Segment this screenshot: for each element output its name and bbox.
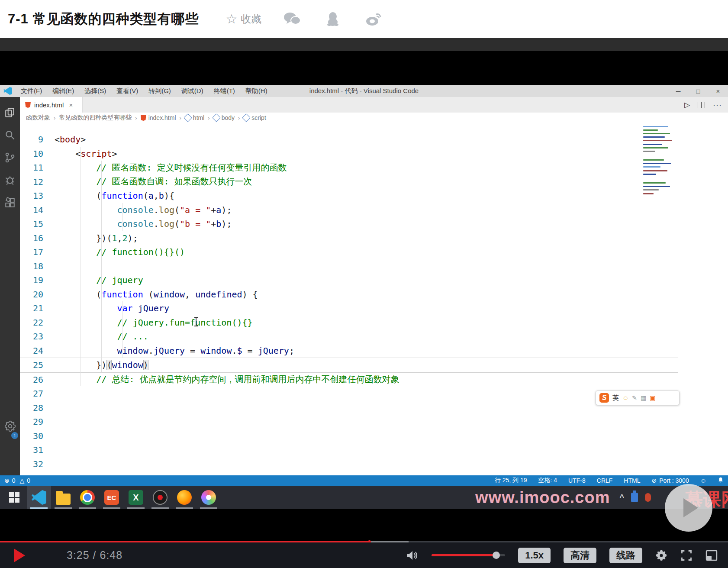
wechat-share-icon[interactable] xyxy=(282,10,302,28)
breadcrumb-item[interactable]: index.html xyxy=(141,114,176,121)
pen-icon[interactable]: ✎ xyxy=(632,394,637,401)
errors-indicator[interactable]: ⊗0 xyxy=(4,477,16,484)
explorer-icon[interactable] xyxy=(0,101,20,124)
status-item-utf-8[interactable]: UTF-8 xyxy=(568,477,586,484)
volume-knob[interactable] xyxy=(493,552,500,559)
code-line[interactable]: 21 var jQuery xyxy=(20,301,728,316)
breadcrumb-item[interactable]: 常见函数的四种类型有哪些 xyxy=(59,114,132,122)
fullscreen-icon[interactable] xyxy=(680,549,693,562)
code-line[interactable]: 9<body> xyxy=(20,132,728,147)
code-line[interactable]: 16 })(1,2); xyxy=(20,231,728,245)
code-line[interactable]: 30 xyxy=(20,429,728,443)
chrome-taskbar-icon[interactable] xyxy=(75,486,100,509)
sogou-logo-icon[interactable]: S xyxy=(599,393,609,403)
source-control-icon[interactable] xyxy=(0,146,20,169)
code-line[interactable]: 12 // 匿名函数自调: 如果函数只执行一次 xyxy=(20,175,728,189)
route-button[interactable]: 线路 xyxy=(609,548,642,563)
keyboard-icon[interactable]: ▦ xyxy=(641,394,646,401)
breadcrumb[interactable]: 函数对象›常见函数的四种类型有哪些›index.html›html›body›s… xyxy=(20,113,728,123)
maximize-button[interactable]: □ xyxy=(688,85,708,97)
play-overlay-button[interactable] xyxy=(665,484,712,532)
play-button[interactable] xyxy=(14,549,25,562)
code-line[interactable]: 20 (function (window, undefined) { xyxy=(20,287,728,302)
tab-close-icon[interactable]: × xyxy=(69,101,73,109)
menu-item[interactable]: 查看(V) xyxy=(112,86,142,97)
breadcrumb-item[interactable]: body xyxy=(213,114,235,121)
minimap-line xyxy=(643,159,664,161)
code-line[interactable]: 31 xyxy=(20,443,728,457)
status-item-bell[interactable] xyxy=(718,477,724,484)
sogou-input-bar[interactable]: S 英 ☺ ✎ ▦ ▣ xyxy=(596,390,680,405)
minimap[interactable] xyxy=(643,125,680,195)
code-line[interactable]: 10 <script> xyxy=(20,147,728,161)
close-button[interactable]: × xyxy=(708,85,728,97)
code-line[interactable]: 19 // jquery xyxy=(20,273,728,287)
speed-button[interactable]: 1.5x xyxy=(518,548,551,563)
menu-item[interactable]: 转到(G) xyxy=(144,86,175,97)
code-editor[interactable]: 9<body>10 <script>11 // 匿名函数: 定义时候没有任何变量… xyxy=(20,123,728,475)
volume-icon[interactable] xyxy=(406,549,419,562)
minimize-button[interactable]: ─ xyxy=(668,85,688,97)
split-editor-icon[interactable] xyxy=(698,102,705,108)
code-line[interactable]: 17 // function(){}() xyxy=(20,245,728,259)
status-item-smiley[interactable]: ☺ xyxy=(700,477,706,484)
toolbox-icon[interactable]: ▣ xyxy=(650,394,655,401)
code-line[interactable]: 26 // 总结: 优点就是节约内存空间，调用前和调用后内存中不创建任何函数对象 xyxy=(20,373,728,387)
recorder-taskbar-icon[interactable] xyxy=(148,486,172,509)
menu-item[interactable]: 帮助(H) xyxy=(241,86,272,97)
volume-slider[interactable] xyxy=(432,554,505,556)
usb-tray-icon[interactable] xyxy=(631,493,638,502)
player-settings-gear-icon[interactable] xyxy=(655,549,667,562)
qq-share-icon[interactable] xyxy=(323,10,343,28)
sogou-lang-label[interactable]: 英 xyxy=(612,394,619,402)
palette-taskbar-icon[interactable] xyxy=(196,486,221,509)
code-line[interactable]: 22 // jQuery.fun=function(){} xyxy=(20,316,728,330)
ec-taskbar-icon[interactable]: EC xyxy=(100,486,124,509)
start-taskbar-icon[interactable] xyxy=(3,486,27,509)
status-item--25-19[interactable]: 行 25, 列 19 xyxy=(495,477,527,484)
breadcrumb-item[interactable]: html xyxy=(185,114,204,121)
settings-gear-icon[interactable]: 1 xyxy=(0,415,20,437)
code-line[interactable]: 18 xyxy=(20,259,728,274)
breadcrumb-item[interactable]: 函数对象 xyxy=(26,114,50,122)
tray-chevron-up-icon[interactable]: ^ xyxy=(619,493,624,502)
breadcrumb-item[interactable]: script xyxy=(243,114,266,121)
firefox-taskbar-icon[interactable] xyxy=(172,486,196,509)
emoji-icon[interactable]: ☺ xyxy=(622,394,628,401)
excel-taskbar-icon[interactable]: X xyxy=(124,486,148,509)
menu-item[interactable]: 选择(S) xyxy=(80,86,110,97)
status-item-crlf[interactable]: CRLF xyxy=(597,477,613,484)
code-line[interactable]: 29 xyxy=(20,415,728,429)
code-line[interactable]: 32 xyxy=(20,457,728,471)
menu-item[interactable]: 调试(D) xyxy=(177,86,208,97)
status-item-port-3000[interactable]: ⊘Port : 3000 xyxy=(651,477,689,484)
code-line[interactable]: 13 (function(a,b){ xyxy=(20,189,728,203)
code-line[interactable]: 14 console.log("a = "+a); xyxy=(20,203,728,217)
tab-index-html[interactable]: index.html × xyxy=(20,97,83,113)
favorite-button[interactable]: ☆ 收藏 xyxy=(225,12,261,26)
code-line[interactable]: 25 })(window) xyxy=(20,358,678,373)
more-actions-icon[interactable]: ··· xyxy=(713,100,722,110)
weibo-share-icon[interactable] xyxy=(364,10,383,28)
warnings-indicator[interactable]: △0 xyxy=(20,477,31,484)
code-line[interactable]: 24 window.jQuery = window.$ = jQuery; xyxy=(20,344,728,358)
menu-item[interactable]: 文件(F) xyxy=(16,86,46,97)
status-item--4[interactable]: 空格: 4 xyxy=(538,477,557,484)
run-icon[interactable]: ▷ xyxy=(684,100,690,110)
menu-item[interactable]: 编辑(E) xyxy=(48,86,78,97)
code-line[interactable]: 23 // ... xyxy=(20,329,728,344)
vscode-titlebar[interactable]: 文件(F)编辑(E)选择(S)查看(V)转到(G)调试(D)终端(T)帮助(H)… xyxy=(0,85,728,97)
extensions-icon[interactable] xyxy=(0,191,20,214)
search-icon[interactable] xyxy=(0,124,20,146)
menu-item[interactable]: 终端(T) xyxy=(209,86,239,97)
mic-tray-icon[interactable] xyxy=(645,493,651,502)
debug-icon[interactable] xyxy=(0,169,20,191)
status-right: 行 25, 列 19空格: 4UTF-8CRLFHTML⊘Port : 3000… xyxy=(495,477,724,484)
code-line[interactable]: 11 // 匿名函数: 定义时候没有任何变量引用的函数 xyxy=(20,161,728,175)
theater-mode-icon[interactable] xyxy=(705,550,718,561)
quality-button[interactable]: 高清 xyxy=(564,548,596,563)
code-line[interactable]: 15 console.log("b = "+b); xyxy=(20,217,728,231)
vscode-taskbar-icon[interactable] xyxy=(27,486,51,509)
explorer-taskbar-icon[interactable] xyxy=(51,486,75,509)
status-item-html[interactable]: HTML xyxy=(624,477,640,484)
